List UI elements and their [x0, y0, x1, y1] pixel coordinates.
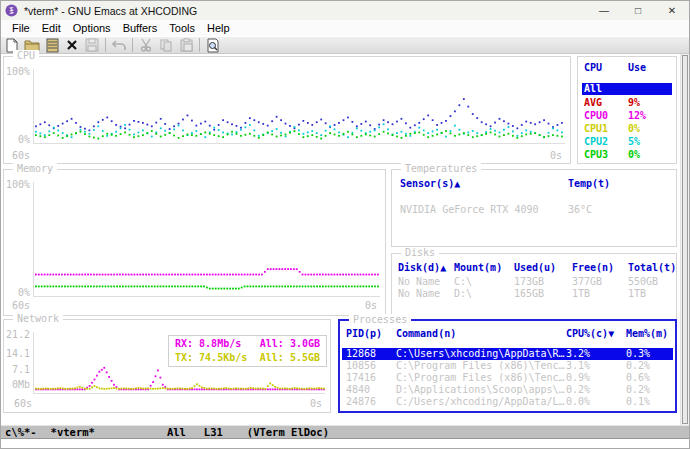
disk-row[interactable]: No Name C:\ 173GB 377GB 550GB [398, 276, 674, 288]
temperature-row[interactable]: NVIDIA GeForce RTX 4090 36°C [400, 204, 668, 215]
cut-icon[interactable] [137, 37, 155, 53]
menu-file[interactable]: File [6, 22, 36, 34]
memory-xtick-0s: 0s [365, 300, 377, 311]
cpu-col-header: CPU%(c)▼ [566, 328, 626, 340]
cpu-row-label: CPU0 [582, 110, 628, 122]
toolbar [1, 36, 689, 54]
process-row[interactable]: 10856 C:\Program Files (x86)\Tenc… 3.1% … [346, 360, 673, 372]
temperatures-header: Sensor(s)▲ Temp(t) [400, 178, 668, 189]
cpu-row-cpu3[interactable]: CPU3 0% [582, 149, 672, 161]
network-xtick-0s: 0s [310, 398, 322, 409]
cpu-y-axis [33, 69, 34, 143]
process-mem: 0.2% [626, 384, 673, 396]
tx-total-label: All: 5.5GB [260, 351, 320, 365]
titlebar: *vterm* - GNU Emacs at XHCODING — □ ✕ [1, 1, 689, 20]
cpu-row-label: CPU3 [582, 149, 628, 161]
process-command: C:\Program Files (x86)\Tenc… [396, 360, 566, 372]
cpu-col-header: CPU [582, 62, 628, 74]
vertical-scrollbar[interactable] [680, 54, 689, 425]
rx-rate-label: RX: 8.8Mb/s [175, 337, 241, 351]
cpu-xtick-60s: 60s [12, 150, 30, 161]
cpu-ytick-0: 0% [4, 134, 30, 145]
cpu-row-avg[interactable]: AVG 9% [582, 97, 672, 109]
menu-tools[interactable]: Tools [163, 22, 201, 34]
memory-x-axis [33, 296, 380, 297]
cpu-xtick-0s: 0s [550, 150, 562, 161]
menu-edit[interactable]: Edit [36, 22, 67, 34]
process-mem: 0.1% [626, 396, 673, 408]
rx-total-label: All: 3.0GB [260, 337, 320, 351]
menu-help[interactable]: Help [201, 22, 236, 34]
process-command: C:\Users\xhcoding\AppData\R… [396, 348, 566, 360]
paste-icon[interactable] [177, 37, 195, 53]
pid-col-header: PID(p) [346, 328, 396, 340]
process-row-selected[interactable]: 12868 C:\Users\xhcoding\AppData\R… 3.2% … [342, 348, 673, 360]
copy-icon[interactable] [157, 37, 175, 53]
close-button[interactable]: ✕ [655, 1, 689, 20]
process-command: C:\Program Files (x86)\Tenc… [396, 372, 566, 384]
disk-total: 1TB [628, 288, 682, 300]
temperatures-panel-title: Temperatures [401, 163, 481, 174]
cpu-graph [35, 71, 563, 141]
menu-options[interactable]: Options [67, 22, 117, 34]
dired-icon[interactable] [43, 37, 61, 53]
window-title: *vterm* - GNU Emacs at XHCODING [24, 5, 197, 17]
process-row[interactable]: 24876 C:/Users/xhcoding/AppData/L… 0.0% … [346, 396, 673, 408]
network-graph-panel: Network 21.2 14.1 7.1 0Mb 60s 0s RX: 8.8… [3, 319, 331, 413]
temperatures-panel: Temperatures Sensor(s)▲ Temp(t) NVIDIA G… [391, 169, 677, 247]
network-ytick-14: 14.1 [4, 348, 30, 359]
cpu-row-cpu1[interactable]: CPU1 0% [582, 123, 672, 135]
process-cpu: 0.2% [566, 384, 626, 396]
network-ytick-21: 21.2 [4, 329, 30, 340]
undo-icon[interactable] [110, 37, 128, 53]
cpu-x-axis [33, 143, 565, 144]
disk-name: No Name [398, 276, 454, 288]
cpu-table-header: CPU Use [582, 62, 672, 74]
network-ytick-0: 0Mb [4, 379, 30, 390]
process-row[interactable]: 4840 D:\Applications\Scoop\apps\… 0.2% 0… [346, 384, 673, 396]
memory-xtick-60s: 60s [12, 300, 30, 311]
memory-graph-panel: Memory 100% 0% 60s 0s [3, 169, 386, 316]
maximize-button[interactable]: □ [621, 1, 655, 20]
process-pid: 24876 [346, 396, 396, 408]
disk-free: 377GB [572, 276, 628, 288]
process-mem: 0.2% [626, 360, 673, 372]
modeline-buffer-name: *vterm* [51, 426, 95, 438]
cpu-row-cpu2[interactable]: CPU2 5% [582, 136, 672, 148]
disk-mount: D:\ [454, 288, 514, 300]
process-row[interactable]: 17416 C:\Program Files (x86)\Tenc… 0.9% … [346, 372, 673, 384]
cpu-row-label: CPU1 [582, 123, 628, 135]
menu-buffers[interactable]: Buffers [117, 22, 164, 34]
free-col-header: Free(n) [572, 262, 628, 274]
save-icon[interactable] [83, 37, 101, 53]
modeline-line-number: L31 [204, 426, 223, 438]
network-legend: RX: 8.8Mb/s All: 3.0GB TX: 74.5Kb/s All:… [168, 335, 327, 367]
disk-row[interactable]: No Name D:\ 165GB 1TB 1TB [398, 288, 674, 300]
processes-panel: Processes PID(p) Command(n) CPU%(c)▼ Mem… [338, 319, 677, 413]
process-pid: 4840 [346, 384, 396, 396]
process-mem: 0.6% [626, 372, 673, 384]
processes-header: PID(p) Command(n) CPU%(c)▼ Mem%(m) [346, 328, 673, 340]
vterm-buffer[interactable]: CPU 100% 0% 60s 0s CPU Use All AVG 9% [1, 54, 689, 425]
process-pid: 17416 [346, 372, 396, 384]
echo-area[interactable] [1, 439, 689, 448]
scrollbar-thumb[interactable] [682, 55, 688, 424]
modeline-position: All [167, 426, 186, 438]
total-col-header: Total(t) [628, 262, 682, 274]
process-command: D:\Applications\Scoop\apps\… [396, 384, 566, 396]
cpu-row-label: CPU2 [582, 136, 628, 148]
close-buffer-icon[interactable] [63, 37, 81, 53]
minimize-button[interactable]: — [587, 1, 621, 20]
search-icon[interactable] [204, 37, 222, 53]
cpu-ytick-100: 100% [4, 66, 30, 77]
cpu-row-cpu0[interactable]: CPU0 12% [582, 110, 672, 122]
network-panel-title: Network [13, 313, 63, 324]
modeline: c\%*-*vterm*AllL31(VTerm ElDoc) [1, 425, 689, 439]
memory-ytick-0: 0% [4, 287, 30, 298]
cpu-row-value: 5% [628, 136, 640, 148]
disk-name: No Name [398, 288, 454, 300]
disks-panel-title: Disks [401, 247, 439, 258]
network-xtick-60s: 60s [14, 398, 32, 409]
process-cpu: 3.1% [566, 360, 626, 372]
cpu-row-all[interactable]: All [582, 83, 672, 95]
